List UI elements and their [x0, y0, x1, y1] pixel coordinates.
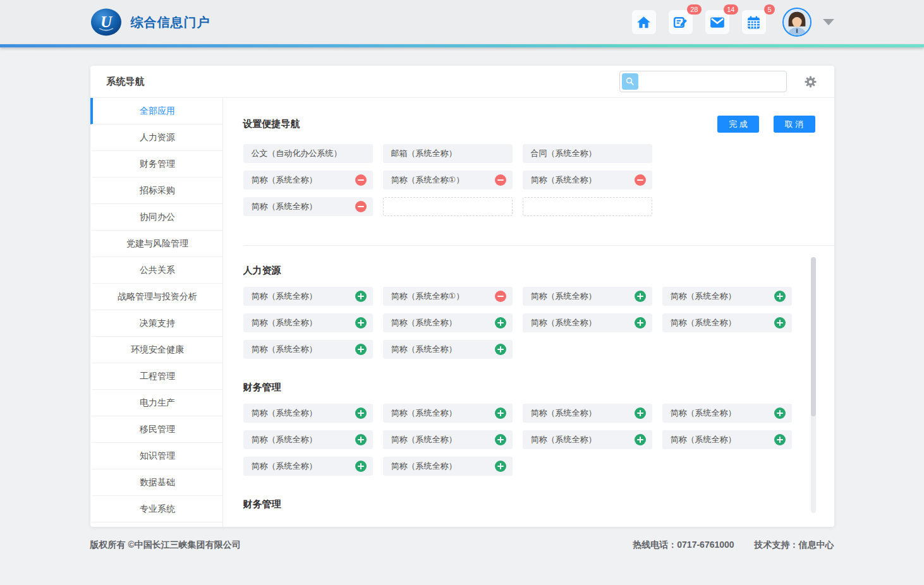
mail-badge: 14: [724, 4, 738, 15]
cancel-button[interactable]: 取 消: [774, 116, 815, 133]
sidebar-item[interactable]: 工程管理: [90, 363, 222, 390]
app-chip[interactable]: 简称（系统全称）: [383, 457, 513, 476]
add-icon[interactable]: [774, 291, 786, 302]
mail-button[interactable]: 14: [705, 10, 729, 34]
remove-icon[interactable]: [355, 201, 367, 212]
sidebar-item[interactable]: 专业系统: [90, 496, 222, 522]
sidebar-item[interactable]: 战略管理与投资分析: [90, 284, 222, 310]
add-icon[interactable]: [635, 407, 646, 419]
app-chip[interactable]: 简称（系统全称）: [243, 340, 373, 359]
app-section: 人力资源 简称（系统全称） 简称（系统全称①）: [243, 265, 796, 359]
user-avatar[interactable]: [782, 8, 812, 37]
user-menu-caret-icon[interactable]: [823, 19, 834, 25]
sidebar-item-label: 环境安全健康: [131, 344, 184, 356]
add-icon[interactable]: [355, 291, 367, 302]
calendar-button[interactable]: 5: [742, 10, 766, 34]
app-chip[interactable]: 简称（系统全称）: [383, 430, 513, 449]
app-chip[interactable]: 简称（系统全称）: [662, 430, 792, 449]
search-icon[interactable]: [622, 73, 638, 90]
add-icon[interactable]: [355, 407, 367, 419]
app-chip[interactable]: 合同（系统全称）: [523, 144, 652, 163]
app-chip[interactable]: 简称（系统全称）: [243, 313, 373, 332]
add-icon[interactable]: [355, 344, 367, 355]
search-input[interactable]: [638, 77, 784, 87]
add-icon[interactable]: [495, 407, 506, 419]
sidebar-item[interactable]: 人力资源: [90, 124, 222, 151]
app-chip[interactable]: 简称（系统全称）: [243, 171, 373, 190]
add-icon[interactable]: [355, 461, 367, 472]
sidebar-item[interactable]: 招标采购: [90, 178, 222, 204]
sidebar-item[interactable]: 协同办公: [90, 204, 222, 231]
add-icon[interactable]: [495, 317, 506, 329]
app-chip[interactable]: 简称（系统全称）: [383, 404, 513, 423]
app-chip-label: 简称（系统全称）: [671, 291, 774, 302]
app-chip-label: 简称（系统全称①）: [391, 291, 495, 302]
app-chip[interactable]: 简称（系统全称）: [523, 313, 652, 332]
app-chip-label: 简称（系统全称）: [391, 317, 495, 329]
scrollbar-thumb[interactable]: [811, 257, 816, 416]
remove-icon[interactable]: [495, 291, 506, 302]
app-chip[interactable]: [523, 197, 652, 216]
sidebar-item[interactable]: 党建与风险管理: [90, 231, 222, 257]
scrollbar[interactable]: [811, 257, 816, 513]
sidebar-item-label: 移民管理: [140, 424, 175, 435]
sidebar-item[interactable]: 电力生产: [90, 390, 222, 416]
sidebar-item[interactable]: 财务管理: [90, 151, 222, 178]
app-chip[interactable]: [383, 197, 513, 216]
done-button[interactable]: 完 成: [717, 116, 759, 133]
add-icon[interactable]: [635, 317, 646, 329]
add-icon[interactable]: [635, 291, 646, 302]
home-icon: [636, 15, 652, 30]
sidebar-item[interactable]: 公共关系: [90, 257, 222, 284]
app-chip[interactable]: 简称（系统全称）: [243, 197, 373, 216]
app-chip[interactable]: 简称（系统全称）: [243, 287, 373, 306]
section-chips: 简称（系统全称） 简称（系统全称） 简称（系统全称）: [243, 404, 796, 476]
app-chip-label: 简称（系统全称）: [252, 291, 355, 302]
app-chip[interactable]: 简称（系统全称）: [662, 404, 792, 423]
app-chip[interactable]: 简称（系统全称）: [523, 287, 652, 306]
sidebar-item[interactable]: 全部应用: [90, 98, 222, 124]
sidebar-item[interactable]: 知识管理: [90, 443, 222, 469]
app-chip[interactable]: 简称（系统全称）: [523, 171, 652, 190]
remove-icon[interactable]: [495, 174, 506, 186]
sidebar-item[interactable]: 数据基础: [90, 469, 222, 496]
add-icon[interactable]: [774, 317, 786, 329]
app-chip[interactable]: 简称（系统全称）: [523, 430, 652, 449]
app-chip-label: 简称（系统全称）: [531, 174, 635, 186]
app-chip[interactable]: 简称（系统全称①）: [383, 171, 513, 190]
section-chips: 简称（系统全称） 简称（系统全称①） 简称（系统全称）: [243, 287, 796, 359]
remove-icon[interactable]: [355, 174, 367, 186]
add-icon[interactable]: [495, 434, 506, 445]
add-icon[interactable]: [635, 434, 646, 445]
app-chip[interactable]: 简称（系统全称）: [523, 404, 652, 423]
sidebar-item-label: 数据基础: [140, 477, 175, 488]
home-button[interactable]: [632, 10, 656, 34]
todo-button[interactable]: 28: [669, 10, 693, 34]
settings-button[interactable]: [803, 75, 818, 89]
app-chip[interactable]: 简称（系统全称）: [243, 457, 373, 476]
add-icon[interactable]: [774, 407, 786, 419]
sidebar-item[interactable]: 决策支持: [90, 310, 222, 337]
sidebar-item-label: 战略管理与投资分析: [118, 291, 197, 303]
add-icon[interactable]: [774, 434, 786, 445]
copyright-text: 版权所有 ©中国长江三峡集团有限公司: [90, 540, 241, 551]
section-title: 财务管理: [243, 498, 796, 510]
app-chip[interactable]: 公文（自动化办公系统）: [243, 144, 373, 163]
app-chip[interactable]: 简称（系统全称）: [383, 340, 513, 359]
add-icon[interactable]: [355, 317, 367, 329]
app-chip[interactable]: 简称（系统全称①）: [383, 287, 513, 306]
sidebar-item-label: 电力生产: [140, 397, 175, 409]
add-icon[interactable]: [495, 461, 506, 472]
remove-icon[interactable]: [635, 174, 646, 186]
sidebar-item[interactable]: 移民管理: [90, 416, 222, 443]
app-chip[interactable]: 简称（系统全称）: [662, 287, 792, 306]
app-chip[interactable]: 邮箱（系统全称）: [383, 144, 513, 163]
app-chip[interactable]: 简称（系统全称）: [243, 404, 373, 423]
app-chip[interactable]: 简称（系统全称）: [383, 313, 513, 332]
app-chip[interactable]: 简称（系统全称）: [662, 313, 792, 332]
sidebar-item[interactable]: 环境安全健康: [90, 337, 222, 363]
app-chip[interactable]: 简称（系统全称）: [243, 430, 373, 449]
add-icon[interactable]: [355, 434, 367, 445]
add-icon[interactable]: [495, 344, 506, 355]
sidebar-item-label: 全部应用: [140, 106, 175, 117]
